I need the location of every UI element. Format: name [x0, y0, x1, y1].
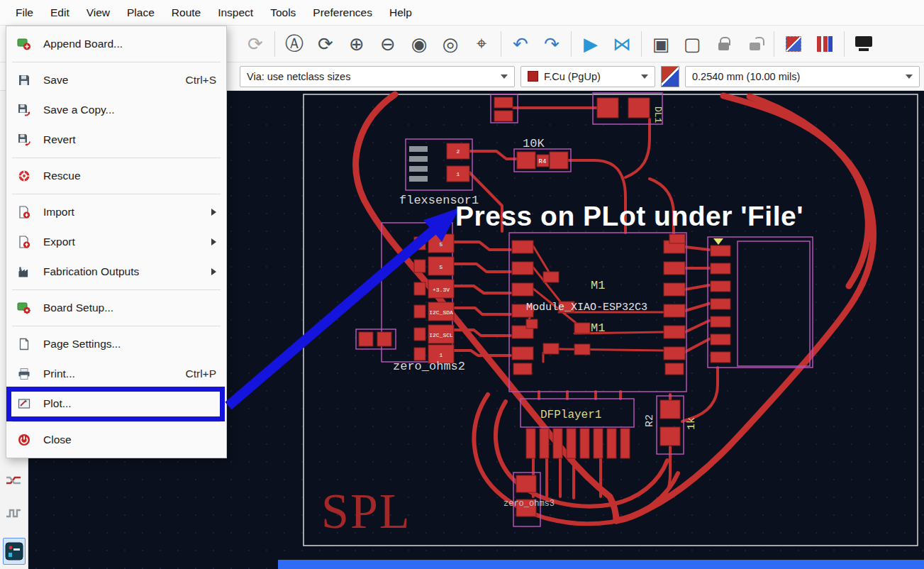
print-icon	[15, 366, 33, 382]
zoom-to-objects-icon[interactable]: Ⓐ	[279, 29, 310, 59]
menu-item-print[interactable]: Print... Ctrl+P	[6, 359, 226, 389]
track-width-value: 0.2540 mm (10.00 mils)	[692, 71, 897, 82]
pad-text-z2-4: I2C_SCL	[429, 332, 453, 338]
menubar-file[interactable]: File	[7, 1, 42, 24]
label-module: Module_XIAO-ESP32C3	[526, 302, 647, 314]
pad-text-z2-5: 1	[440, 352, 443, 358]
layer-select[interactable]: F.Cu (PgUp)	[521, 66, 655, 87]
board-setup-icon	[15, 300, 33, 316]
label-r4-ref: R4	[539, 158, 547, 165]
via-size-value: Via: use netclass sizes	[247, 71, 492, 82]
export-icon	[15, 234, 33, 250]
label-zero-ohms2: zero_ohms2	[393, 360, 465, 373]
net-inspector-glyph	[817, 36, 833, 52]
zoom-fit-icon[interactable]: ◉	[403, 29, 435, 59]
unlock-icon[interactable]	[739, 29, 770, 59]
label-m1-bottom: M1	[591, 321, 605, 335]
pad-text-z2-1: 5	[440, 264, 443, 270]
length-tuning-glyph	[4, 502, 24, 522]
display-icon[interactable]	[848, 29, 879, 59]
menubar-preferences[interactable]: Preferences	[304, 1, 381, 24]
toolbar-separator	[641, 31, 642, 57]
zoom-out-icon[interactable]: ⊖	[372, 29, 403, 59]
menu-item-plot[interactable]: Plot...	[6, 389, 226, 419]
menu-separator	[12, 194, 221, 194]
undo-icon[interactable]: ↶	[505, 29, 536, 59]
pad-text-flex-1: 1	[457, 171, 460, 177]
menu-item-import[interactable]: Import	[6, 197, 226, 227]
menu-item-save[interactable]: Save Ctrl+S	[6, 65, 226, 95]
swap-layers-icon[interactable]	[778, 29, 809, 59]
menu-item-page-settings[interactable]: Page Settings...	[6, 329, 226, 359]
toolbar-separator	[844, 31, 845, 57]
group-icon[interactable]: ▣	[645, 29, 677, 59]
menu-separator	[12, 421, 221, 422]
zoom-fit-objects-icon[interactable]: ◎	[435, 29, 466, 59]
display-glyph	[855, 36, 872, 47]
toolbar-separator	[774, 31, 774, 57]
menu-separator	[12, 62, 221, 62]
label-r2: R2	[644, 414, 656, 427]
menubar-edit[interactable]: Edit	[42, 1, 78, 24]
pad-text-z2-3: I2C_SDA	[429, 309, 453, 316]
interactive-router-glyph	[4, 468, 24, 488]
menubar-view[interactable]: View	[78, 1, 118, 24]
menubar-tools[interactable]: Tools	[262, 1, 304, 24]
menubar-inspect[interactable]: Inspect	[209, 1, 262, 24]
menubar-place[interactable]: Place	[118, 1, 163, 24]
scripting-console-glyph	[5, 542, 23, 560]
interactive-router-icon[interactable]	[3, 465, 26, 492]
length-tuning-icon[interactable]	[3, 499, 26, 526]
label-spl: SPL	[321, 484, 411, 538]
find-next-icon[interactable]: ▶	[575, 29, 606, 59]
menu-item-save-a-copy[interactable]: Save a Copy...	[6, 95, 226, 125]
label-zero-ohms3: zero_ohms3	[503, 499, 555, 509]
toolbar-separator	[571, 31, 572, 57]
menu-item-export[interactable]: Export	[6, 227, 226, 257]
track-width-select[interactable]: 0.2540 mm (10.00 mils)	[685, 66, 920, 87]
bottom-taskbar-strip	[278, 560, 924, 569]
label-r4-value: 10K	[523, 137, 545, 150]
menu-item-rescue[interactable]: Rescue	[6, 161, 226, 191]
close-icon	[15, 432, 33, 448]
refresh-view-icon[interactable]: ⟳	[310, 29, 341, 59]
toolbar-separator	[274, 31, 275, 57]
pad-text-z2-0: 5	[440, 241, 443, 248]
file-menu: Append Board... Save Ctrl+S Save a Copy.…	[6, 26, 227, 458]
layer-pair-indicator[interactable]	[661, 66, 679, 87]
menu-item-revert[interactable]: Revert	[6, 125, 226, 155]
zoom-to-selection-icon[interactable]: ⌖	[466, 29, 497, 59]
menubar: File Edit View Place Route Inspect Tools…	[0, 0, 924, 26]
menu-item-board-setup[interactable]: Board Setup...	[6, 293, 226, 323]
revert-icon	[15, 132, 33, 148]
scripting-console-icon[interactable]	[3, 538, 26, 565]
pad-text-flex-2: 2	[457, 148, 460, 155]
submenu-arrow-icon	[211, 209, 216, 216]
menu-separator	[12, 289, 221, 290]
save-icon	[15, 72, 33, 88]
zoom-in-icon[interactable]: ⊕	[341, 29, 372, 59]
import-icon	[15, 204, 33, 220]
via-size-select[interactable]: Via: use netclass sizes	[240, 66, 515, 87]
lock-icon[interactable]	[708, 29, 739, 59]
layer-value: F.Cu (PgUp)	[544, 71, 633, 82]
menubar-route[interactable]: Route	[163, 1, 209, 24]
menu-item-append-board[interactable]: Append Board...	[6, 29, 226, 59]
refresh-disabled-icon[interactable]: ⟳	[240, 29, 271, 59]
chevron-down-icon	[641, 74, 648, 79]
chevron-down-icon	[501, 74, 508, 79]
swap-layers-glyph	[786, 36, 801, 52]
net-inspector-icon[interactable]	[809, 29, 840, 59]
save-copy-icon	[15, 102, 33, 118]
menu-item-close[interactable]: Close	[6, 425, 226, 455]
ungroup-icon[interactable]: ▢	[677, 29, 708, 59]
label-dfplayer1: DFPlayer1	[540, 409, 601, 421]
flip-board-icon[interactable]: ⋈	[606, 29, 638, 59]
menu-item-fabrication-outputs[interactable]: Fabrication Outputs	[6, 257, 226, 287]
redo-icon[interactable]: ↷	[536, 29, 567, 59]
tutorial-annotation-text: Press on PLot under 'File'	[455, 201, 803, 232]
menubar-help[interactable]: Help	[381, 1, 421, 24]
lock-glyph	[718, 43, 729, 50]
submenu-arrow-icon	[211, 238, 216, 245]
menu-separator	[12, 326, 221, 326]
